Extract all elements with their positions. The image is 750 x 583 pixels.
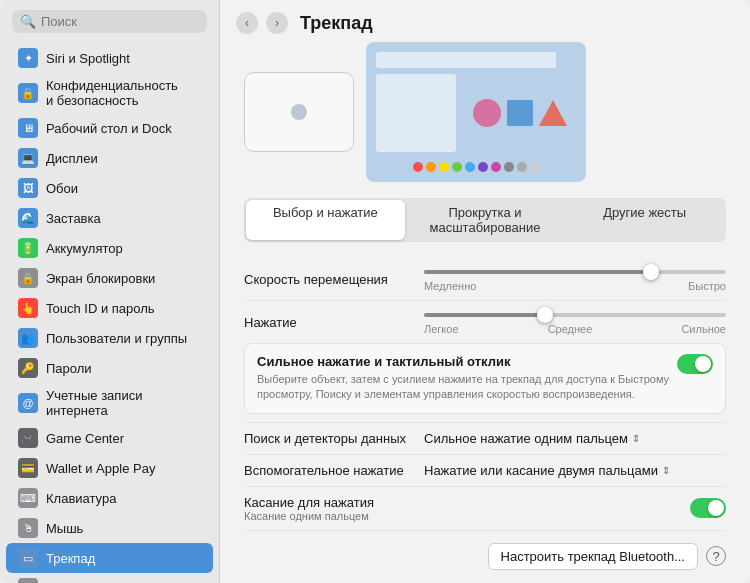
- sidebar-item-siri[interactable]: ✦ Siri и Spotlight: [6, 43, 213, 73]
- dropdown-arrows-icon2: ⇕: [662, 465, 670, 476]
- strong-tap-block: Сильное нажатие и тактильный отклик Выбе…: [244, 343, 726, 414]
- bluetooth-button[interactable]: Настроить трекпад Bluetooth...: [488, 543, 698, 570]
- color-dots: [376, 162, 576, 172]
- secondary-click-control[interactable]: Нажатие или касание двумя пальцами ⇕: [424, 463, 726, 478]
- dropdown-arrows-icon: ⇕: [632, 433, 640, 444]
- back-button[interactable]: ‹: [236, 12, 258, 34]
- gamecenter-icon: 🎮: [18, 428, 38, 448]
- sidebar-item-printers[interactable]: 🖨 Принтеры и сканеры: [6, 573, 213, 583]
- sidebar-list: ✦ Siri и Spotlight 🔒 Конфиденциальностьи…: [0, 39, 219, 583]
- titlebar: ‹ › Трекпад: [220, 0, 750, 42]
- forward-button[interactable]: ›: [266, 12, 288, 34]
- tab-click[interactable]: Выбор и нажатие: [246, 200, 405, 240]
- sidebar-item-label: Обои: [46, 181, 78, 196]
- speed-row: Скорость перемещения Медленно Быстро: [244, 258, 726, 301]
- click-label-strong: Сильное: [681, 323, 726, 335]
- sidebar-item-desktop[interactable]: 🖥 Рабочий стол и Dock: [6, 113, 213, 143]
- sidebar-item-label: Пользователи и группы: [46, 331, 187, 346]
- secondary-click-dropdown[interactable]: Нажатие или касание двумя пальцами ⇕: [424, 463, 670, 478]
- strong-tap-title: Сильное нажатие и тактильный отклик: [257, 354, 677, 369]
- tap-to-click-text: Касание для нажатия Касание одним пальце…: [244, 495, 374, 522]
- color-dot-gray1: [504, 162, 514, 172]
- sidebar-item-users[interactable]: 👥 Пользователи и группы: [6, 323, 213, 353]
- click-control: Легкое Среднее Сильное: [424, 309, 726, 335]
- main-content: ‹ › Трекпад: [220, 0, 750, 583]
- speed-slider-thumb[interactable]: [643, 264, 659, 280]
- color-dot-blue: [465, 162, 475, 172]
- sidebar-item-battery[interactable]: 🔋 Аккумулятор: [6, 233, 213, 263]
- sidebar-item-displays[interactable]: 💻 Дисплеи: [6, 143, 213, 173]
- sidebar-item-privacy[interactable]: 🔒 Конфиденциальностьи безопасность: [6, 73, 213, 113]
- tap-toggle-knob: [708, 500, 724, 516]
- sidebar-item-touchid[interactable]: 👆 Touch ID и пароль: [6, 293, 213, 323]
- speed-label-slow: Медленно: [424, 280, 476, 292]
- sidebar-item-wallet[interactable]: 💳 Wallet и Apple Pay: [6, 453, 213, 483]
- data-detectors-control[interactable]: Сильное нажатие одним пальцем ⇕: [424, 431, 726, 446]
- sidebar-item-label: Wallet и Apple Pay: [46, 461, 155, 476]
- preview-topbar: [376, 52, 556, 68]
- siri-icon: ✦: [18, 48, 38, 68]
- sidebar-item-label: Пароли: [46, 361, 92, 376]
- sidebar-item-label: Конфиденциальностьи безопасность: [46, 78, 178, 108]
- sidebar-item-keyboard[interactable]: ⌨ Клавиатура: [6, 483, 213, 513]
- displays-icon: 💻: [18, 148, 38, 168]
- sidebar-item-label: Game Center: [46, 431, 124, 446]
- sidebar-item-wallpaper[interactable]: 🖼 Обои: [6, 173, 213, 203]
- tap-to-click-toggle[interactable]: [690, 498, 726, 518]
- tab-bar: Выбор и нажатие Прокрутка и масштабирова…: [244, 198, 726, 242]
- color-dot-purple: [478, 162, 488, 172]
- search-input[interactable]: [41, 14, 199, 29]
- secondary-click-value: Нажатие или касание двумя пальцами: [424, 463, 658, 478]
- speed-slider-fill: [424, 270, 651, 274]
- search-box[interactable]: 🔍: [12, 10, 207, 33]
- mouse-icon: 🖱: [18, 518, 38, 538]
- sidebar-item-mouse[interactable]: 🖱 Мышь: [6, 513, 213, 543]
- click-label: Нажатие: [244, 315, 424, 330]
- click-slider-fill: [424, 313, 545, 317]
- printers-icon: 🖨: [18, 578, 38, 583]
- data-detectors-value: Сильное нажатие одним пальцем: [424, 431, 628, 446]
- click-row: Нажатие Легкое Среднее Сильное: [244, 301, 726, 343]
- click-slider-thumb[interactable]: [537, 307, 553, 323]
- click-slider-track[interactable]: [424, 313, 726, 317]
- privacy-icon: 🔒: [18, 83, 38, 103]
- speed-slider-container: Медленно Быстро: [424, 266, 726, 292]
- speed-slider-track[interactable]: [424, 270, 726, 274]
- sidebar-item-trackpad[interactable]: ▭ Трекпад: [6, 543, 213, 573]
- preview-shapes: [464, 74, 576, 152]
- keyboard-icon: ⌨: [18, 488, 38, 508]
- desktop-icon: 🖥: [18, 118, 38, 138]
- sidebar-item-label: Аккумулятор: [46, 241, 123, 256]
- sidebar-item-label: Заставка: [46, 211, 101, 226]
- data-detectors-dropdown[interactable]: Сильное нажатие одним пальцем ⇕: [424, 431, 640, 446]
- preview-section: [244, 42, 726, 182]
- tab-scroll[interactable]: Прокрутка и масштабирование: [406, 200, 565, 240]
- tab-gestures[interactable]: Другие жесты: [565, 200, 724, 240]
- color-dot-pink: [491, 162, 501, 172]
- sidebar-item-label: Трекпад: [46, 551, 95, 566]
- trackpad-dot: [291, 104, 307, 120]
- settings-section: Скорость перемещения Медленно Быстро: [244, 258, 726, 343]
- search-section: 🔍: [0, 0, 219, 39]
- speed-control: Медленно Быстро: [424, 266, 726, 292]
- sidebar-item-lockscreen[interactable]: 🔒 Экран блокировки: [6, 263, 213, 293]
- trackpad-preview: [244, 72, 354, 152]
- wallet-icon: 💳: [18, 458, 38, 478]
- wallpaper-icon: 🖼: [18, 178, 38, 198]
- toggle-knob: [695, 356, 711, 372]
- sidebar-item-passwords[interactable]: 🔑 Пароли: [6, 353, 213, 383]
- data-detectors-label: Поиск и детекторы данных: [244, 431, 424, 446]
- sidebar-item-gamecenter[interactable]: 🎮 Game Center: [6, 423, 213, 453]
- users-icon: 👥: [18, 328, 38, 348]
- tap-to-click-sublabel: Касание одним пальцем: [244, 510, 374, 522]
- bottom-row: Настроить трекпад Bluetooth... ?: [244, 543, 726, 570]
- strong-tap-toggle[interactable]: [677, 354, 713, 374]
- help-button[interactable]: ?: [706, 546, 726, 566]
- preview-content: [376, 74, 576, 152]
- screensaver-icon: 🌊: [18, 208, 38, 228]
- sidebar-item-screensaver[interactable]: 🌊 Заставка: [6, 203, 213, 233]
- data-detectors-row: Поиск и детекторы данных Сильное нажатие…: [244, 422, 726, 455]
- sidebar-item-accounts[interactable]: @ Учетные записи интернета: [6, 383, 213, 423]
- sidebar: 🔍 ✦ Siri и Spotlight 🔒 Конфиденциальност…: [0, 0, 220, 583]
- color-dot-green: [452, 162, 462, 172]
